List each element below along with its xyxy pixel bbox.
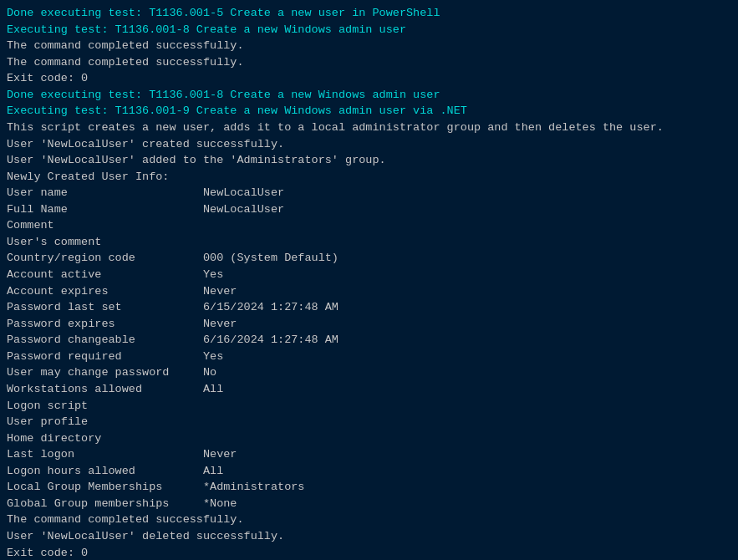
terminal-line-18: Password last set 6/15/2024 1:27:48 AM — [7, 299, 731, 316]
terminal-line-30: Global Group memberships *None — [7, 496, 731, 512]
terminal-line-29: Local Group Memberships *Administrators — [7, 479, 731, 496]
terminal-line-21: Password required Yes — [7, 349, 731, 365]
terminal-line-32: User 'NewLocalUser' deleted successfully… — [7, 528, 731, 545]
terminal-line-9: User 'NewLocalUser' added to the 'Admini… — [7, 152, 731, 169]
terminal-line-26: Home directory — [7, 430, 731, 447]
terminal-line-0: Done executing test: T1136.001-5 Create … — [7, 5, 731, 22]
terminal-line-8: User 'NewLocalUser' created successfully… — [7, 136, 731, 153]
terminal-line-31: The command completed successfully. — [7, 512, 731, 528]
terminal-line-10: Newly Created User Info: — [7, 169, 731, 186]
terminal-line-16: Account active Yes — [7, 267, 731, 283]
terminal-line-13: Comment — [7, 217, 731, 234]
terminal-line-33: Exit code: 0 — [7, 545, 731, 560]
terminal-line-11: User name NewLocalUser — [7, 185, 731, 201]
terminal-line-25: User profile — [7, 414, 731, 430]
terminal-window: Done executing test: T1136.001-5 Create … — [7, 5, 731, 560]
terminal-line-27: Last logon Never — [7, 446, 731, 463]
terminal-line-4: Exit code: 0 — [7, 70, 731, 87]
terminal-line-3: The command completed successfully. — [7, 54, 731, 71]
terminal-line-20: Password changeable 6/16/2024 1:27:48 AM — [7, 332, 731, 349]
terminal-line-2: The command completed successfully. — [7, 38, 731, 54]
terminal-line-7: This script creates a new user, adds it … — [7, 120, 731, 136]
terminal-line-22: User may change password No — [7, 364, 731, 381]
terminal-line-19: Password expires Never — [7, 316, 731, 333]
terminal-line-23: Workstations allowed All — [7, 381, 731, 398]
terminal-line-5: Done executing test: T1136.001-8 Create … — [7, 87, 731, 104]
terminal-line-15: Country/region code 000 (System Default) — [7, 250, 731, 267]
terminal-line-28: Logon hours allowed All — [7, 463, 731, 480]
terminal-line-12: Full Name NewLocalUser — [7, 201, 731, 218]
terminal-line-1: Executing test: T1136.001-8 Create a new… — [7, 22, 731, 38]
terminal-line-6: Executing test: T1136.001-9 Create a new… — [7, 103, 731, 120]
terminal-line-14: User's comment — [7, 234, 731, 251]
terminal-line-17: Account expires Never — [7, 283, 731, 300]
terminal-line-24: Logon script — [7, 398, 731, 415]
